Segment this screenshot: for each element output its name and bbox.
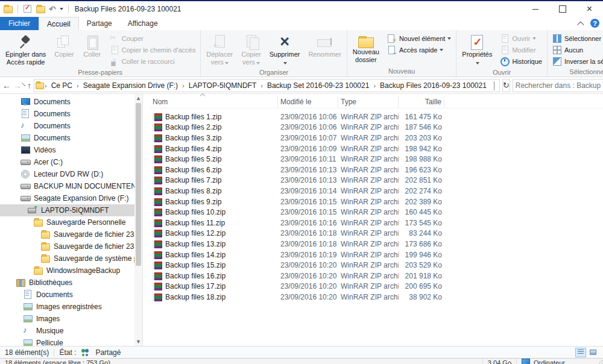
undo-icon[interactable]: ↶	[49, 5, 56, 13]
file-row[interactable]: Backup files 9.zip23/09/2016 10:15WinRAR…	[150, 196, 603, 207]
sidebar-item-vidéos[interactable]: Vidéos	[0, 144, 142, 156]
tab-fichier[interactable]: Fichier	[0, 17, 39, 30]
file-row[interactable]: Backup files 13.zip23/09/2016 10:18WinRA…	[150, 239, 603, 249]
file-row[interactable]: Backup files 14.zip23/09/2016 10:19WinRA…	[150, 249, 603, 260]
qat-dropdown-icon[interactable]	[60, 8, 63, 10]
column-header-size[interactable]: Taille	[399, 96, 444, 107]
ribbon-button-propriétés[interactable]: Propriétés	[458, 31, 496, 67]
sidebar-item-documents[interactable]: ♪Documents	[0, 120, 142, 132]
column-header-type[interactable]: Type	[338, 96, 399, 107]
file-row[interactable]: Backup files 3.zip23/09/2016 10:07WinRAR…	[150, 133, 603, 143]
scroll-up-icon[interactable]: ▲	[134, 94, 142, 102]
sidebar-item-windowsimagebackup[interactable]: WindowsImageBackup	[0, 265, 142, 277]
minimize-button[interactable]	[522, 1, 549, 17]
sidebar-item-documents[interactable]: Documents	[0, 132, 142, 144]
breadcrumb-item[interactable]: Backup Set 2016-09-23 100021	[264, 80, 373, 92]
close-button[interactable]: ×	[576, 1, 603, 17]
sidebar-item-acer-c-[interactable]: Acer (C:)	[0, 156, 142, 168]
details-view-button[interactable]	[575, 348, 586, 357]
tab-affichage[interactable]: Affichage	[120, 17, 166, 30]
ribbon-button-épingler-dans[interactable]: Épingler dansAccès rapide	[2, 31, 49, 67]
sidebar-item-lecteur-dvd-rw-d-[interactable]: Lecteur DVD RW (D:)	[0, 168, 142, 180]
file-row[interactable]: Backup files 6.zip23/09/2016 10:13WinRAR…	[150, 165, 603, 175]
column-header-modified[interactable]: Modifié le	[278, 96, 338, 107]
file-row[interactable]: Backup files 7.zip23/09/2016 10:13WinRAR…	[150, 175, 603, 186]
ribbon-button-historique[interactable]: Historique	[496, 55, 546, 67]
breadcrumb-item[interactable]: Ce PC	[48, 80, 76, 92]
sidebar-item-backup-mijn-documenten-e-[interactable]: BACKUP MIJN DOCUMENTEN (E:)	[0, 180, 142, 192]
file-row[interactable]: Backup files 11.zip23/09/2016 10:16WinRA…	[150, 218, 603, 228]
address-dropdown-icon[interactable]	[490, 81, 498, 90]
column-header-name[interactable]: Nom	[150, 96, 278, 107]
scroll-down-icon[interactable]: ▼	[134, 337, 142, 346]
refresh-button[interactable]: ↻	[502, 79, 510, 92]
ribbon-button-supprimer[interactable]: ×Supprimer	[266, 31, 304, 67]
collapse-ribbon-icon[interactable]	[577, 21, 584, 28]
file-size: 203 203 Ko	[399, 134, 444, 142]
ribbon-button-coller-le-raccourci[interactable]: Coller le raccourci	[106, 55, 200, 67]
file-name: Backup files 12.zip	[165, 229, 226, 237]
sidebar-item-documents[interactable]: Documents	[0, 108, 142, 120]
file-row[interactable]: Backup files 2.zip23/09/2016 10:06WinRAR…	[150, 122, 603, 133]
breadcrumb-item[interactable]: Seagate Expansion Drive (F:)	[80, 80, 182, 92]
sidebar-item-musique[interactable]: ♪Musique	[0, 325, 142, 337]
ribbon-button-nouveau[interactable]: Nouveaudossier	[349, 31, 383, 65]
ribbon-button-aucun[interactable]: Aucun	[549, 44, 603, 55]
file-row[interactable]: Backup files 10.zip23/09/2016 10:15WinRA…	[150, 207, 603, 218]
file-row[interactable]: Backup files 1.zip23/09/2016 10:06WinRAR…	[150, 111, 603, 122]
ribbon-button-coller[interactable]: Coller	[79, 31, 106, 60]
file-row[interactable]: Backup files 5.zip23/09/2016 10:11WinRAR…	[150, 154, 603, 165]
ribbon-button-déplacer[interactable]: Déplacervers	[203, 31, 236, 67]
sidebar-item-documents[interactable]: Documents	[0, 96, 142, 108]
file-row[interactable]: Backup files 16.zip23/09/2016 10:20WinRA…	[150, 271, 603, 281]
sidebar-scrollbar[interactable]: ▲ ▼	[134, 94, 142, 346]
ribbon-button-acc-s-rapide[interactable]: Accès rapide	[384, 44, 455, 55]
properties-icon[interactable]	[23, 4, 33, 14]
tab-accueil[interactable]: Accueil	[39, 17, 79, 30]
sidebar-item-sauvegarde-de-fichier-23-9-2016-11[interactable]: Sauvegarde de fichier 23-9-2016 11	[0, 240, 142, 253]
sidebar-item-sauvegarde-de-fichier-23-9-2016[interactable]: Sauvegarde de fichier 23-9-2016	[0, 228, 142, 240]
ribbon-button-copier[interactable]: Copier	[51, 31, 77, 60]
sidebar-item-images[interactable]: Images	[0, 313, 142, 325]
ribbon-button-inverser-la-sélection[interactable]: Inverser la sélection	[549, 55, 603, 67]
breadcrumb-item[interactable]: Backup Files 2016-09-23 100021	[376, 80, 490, 92]
file-row[interactable]: Backup files 8.zip23/09/2016 10:14WinRAR…	[150, 186, 603, 196]
ribbon-button-ouvrir[interactable]: Ouvrir	[496, 33, 546, 44]
file-row[interactable]: Backup files 12.zip23/09/2016 10:18WinRA…	[150, 228, 603, 239]
sidebar-item-sauvegarde-de-syst-me-personnelle[interactable]: Sauvegarde de système personnelle	[0, 253, 142, 265]
ribbon-button-modifier[interactable]: Modifier	[496, 44, 546, 55]
file-row[interactable]: Backup files 15.zip23/09/2016 10:20WinRA…	[150, 260, 603, 271]
ribbon-button-nouvel-élément[interactable]: Nouvel élément	[384, 33, 455, 44]
sidebar-item-pellicule[interactable]: Pellicule	[0, 337, 142, 346]
back-button[interactable]: ←	[2, 79, 11, 92]
ribbon-button-couper[interactable]: ✂Couper	[106, 33, 200, 44]
up-button[interactable]: ↑	[27, 79, 31, 92]
winrar-icon	[153, 187, 162, 195]
thumbnails-view-button[interactable]	[587, 348, 598, 357]
file-row[interactable]: Backup files 17.zip23/09/2016 10:20WinRA…	[150, 281, 603, 292]
sidebar-item-biblioth-ques[interactable]: Bibliothèques	[0, 277, 142, 289]
file-row[interactable]: Backup files 18.zip23/09/2016 10:20WinRA…	[150, 292, 603, 303]
address-bar[interactable]: › Ce PC›Seagate Expansion Drive (F:)›LAP…	[34, 79, 500, 92]
new-folder-qat-icon[interactable]	[36, 6, 45, 13]
ribbon-button-copier[interactable]: Copiervers	[238, 31, 264, 67]
sidebar-item-images-enregistrées[interactable]: Images enregistrées	[0, 301, 142, 313]
ribbon-button-renommer[interactable]: Renommer	[305, 31, 344, 60]
ribbon-button-copier-le-chemin-d-acc-s[interactable]: Copier le chemin d'accès	[106, 44, 200, 55]
history-dropdown-icon[interactable]	[22, 83, 25, 86]
file-row[interactable]: Backup files 4.zip23/09/2016 10:09WinRAR…	[150, 143, 603, 154]
search-box[interactable]	[513, 79, 603, 92]
resize-grip[interactable]	[596, 359, 603, 364]
search-input[interactable]	[516, 81, 603, 90]
sidebar-item-seagate-expansion-drive-f-[interactable]: Seagate Expansion Drive (F:)	[0, 192, 142, 204]
forward-button[interactable]: →	[13, 79, 22, 92]
help-icon[interactable]: ?	[590, 19, 599, 28]
sidebar-item-documents[interactable]: Documents	[0, 289, 142, 301]
breadcrumb-item[interactable]: LAPTOP-5IQMNDFT	[185, 80, 260, 92]
tab-partage[interactable]: Partage	[79, 17, 120, 30]
maximize-button[interactable]	[549, 1, 576, 17]
scroll-thumb[interactable]	[136, 103, 141, 266]
ribbon-button-sélectionner-tout[interactable]: Sélectionner tout	[549, 33, 603, 44]
sidebar-item-sauvegarde-personnelle[interactable]: Sauvegarde Personnelle	[0, 216, 142, 228]
sidebar-item-laptop-5iqmndft[interactable]: LAPTOP-5IQMNDFT	[0, 204, 142, 216]
